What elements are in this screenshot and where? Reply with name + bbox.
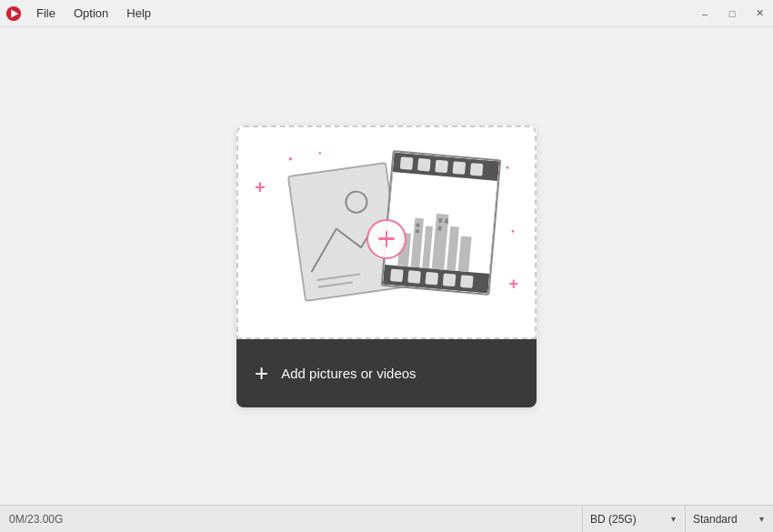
deco-cross-left: + [255, 177, 266, 198]
statusbar: 0M/23.00G BD (25G) DVD (4.7G) DVD DL (8.… [0, 505, 773, 532]
svg-rect-30 [445, 219, 448, 224]
svg-rect-17 [443, 274, 457, 287]
svg-rect-16 [425, 272, 438, 286]
illustration [277, 146, 496, 318]
deco-dot-right: ● [511, 227, 515, 234]
menu-bar: File Option Help [27, 3, 691, 24]
deco-cross-right: + [508, 275, 518, 294]
minimize-button[interactable]: – [691, 0, 718, 27]
svg-rect-11 [453, 161, 467, 175]
menu-option[interactable]: Option [65, 3, 117, 24]
svg-rect-31 [437, 226, 441, 231]
close-button[interactable]: ✕ [746, 0, 773, 27]
svg-rect-18 [460, 275, 474, 288]
titlebar: File Option Help – □ ✕ [0, 0, 773, 27]
dropzone-inner[interactable]: + ● ● ● + ● [236, 125, 537, 339]
svg-rect-29 [438, 218, 442, 223]
maximize-button[interactable]: □ [718, 0, 746, 27]
disk-select-wrapper[interactable]: BD (25G) DVD (4.7G) DVD DL (8.5G) [590, 513, 678, 526]
quality-selector[interactable]: Standard High Quality Custom [686, 506, 773, 532]
svg-rect-28 [416, 229, 419, 233]
menu-help[interactable]: Help [117, 3, 160, 24]
dropzone[interactable]: + ● ● ● + ● [236, 125, 537, 407]
add-media-bar[interactable]: + Add pictures or videos [236, 339, 537, 407]
svg-rect-12 [470, 163, 484, 176]
main-content: + ● ● ● + ● [0, 27, 773, 505]
deco-dot-topright: ● [506, 164, 509, 170]
menu-file[interactable]: File [27, 3, 65, 24]
add-media-icon[interactable] [366, 219, 407, 259]
app-icon [0, 0, 27, 27]
svg-rect-10 [435, 160, 448, 174]
disk-type-selector[interactable]: BD (25G) DVD (4.7G) DVD DL (8.5G) [583, 506, 686, 532]
svg-rect-14 [390, 269, 404, 283]
svg-rect-8 [400, 156, 414, 170]
quality-select[interactable]: Standard High Quality Custom [693, 513, 766, 526]
quality-select-wrapper[interactable]: Standard High Quality Custom [693, 513, 766, 526]
window-controls: – □ ✕ [691, 0, 773, 27]
add-media-label: Add pictures or videos [281, 366, 416, 381]
svg-rect-15 [407, 270, 421, 284]
add-plus-icon: + [255, 361, 268, 385]
disk-select[interactable]: BD (25G) DVD (4.7G) DVD DL (8.5G) [590, 513, 678, 526]
storage-info: 0M/23.00G [0, 506, 583, 532]
svg-rect-9 [417, 158, 431, 172]
svg-rect-27 [416, 224, 419, 227]
